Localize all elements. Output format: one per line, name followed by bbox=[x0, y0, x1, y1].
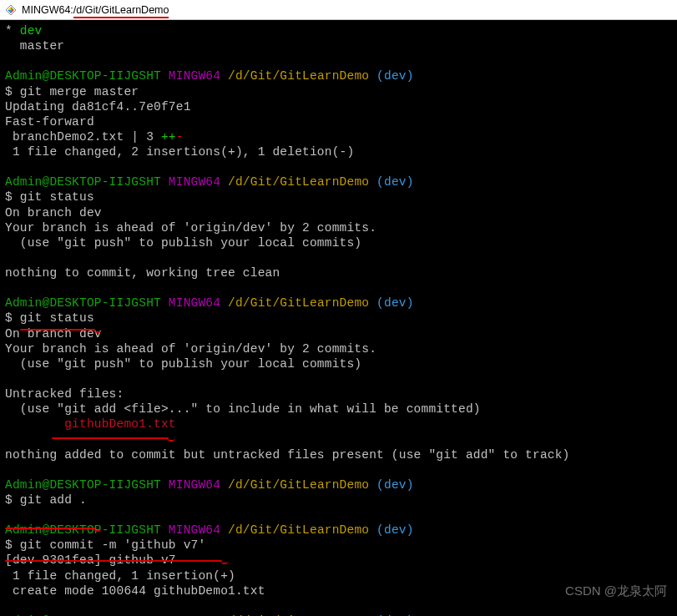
mingw-icon bbox=[5, 4, 17, 16]
cmd-status: git status bbox=[20, 190, 94, 204]
annotation-underline bbox=[52, 437, 169, 439]
dollar-prompt: $ bbox=[5, 493, 20, 507]
branch-master: master bbox=[5, 38, 672, 53]
status-output: Untracked files: bbox=[5, 386, 672, 401]
status-output: On branch dev bbox=[5, 326, 672, 341]
branch-star: * bbox=[5, 24, 13, 38]
status-output: nothing to commit, working tree clean bbox=[5, 265, 672, 280]
window-title: MINGW64:/d/Git/GitLearnDemo bbox=[22, 4, 169, 16]
commit-output: create mode 100644 githubDemo1.txt bbox=[5, 583, 672, 598]
prompt-line: Admin@DESKTOP-IIJGSHT MINGW64 /d/Git/Git… bbox=[5, 477, 672, 492]
prompt-line: Admin@DESKTOP-IIJGSHT MINGW64 /d/Git/Git… bbox=[5, 174, 672, 189]
annotation-underline bbox=[5, 528, 95, 529]
prompt-line: Admin@DESKTOP-IIJGSHT MINGW64 /d/Git/Git… bbox=[5, 68, 672, 83]
dollar-prompt: $ bbox=[5, 538, 20, 552]
dollar-prompt: $ bbox=[5, 85, 20, 98]
commit-output: 1 file changed, 1 insertion(+) bbox=[5, 568, 672, 583]
status-output: nothing added to commit but untracked fi… bbox=[5, 447, 672, 462]
annotation-underline bbox=[5, 560, 222, 562]
merge-output: 1 file changed, 2 insertions(+), 1 delet… bbox=[5, 144, 672, 159]
dollar-prompt: $ bbox=[5, 190, 20, 204]
merge-output: Updating da81cf4..7e0f7e1 bbox=[5, 99, 672, 114]
dollar-prompt: $ bbox=[5, 311, 20, 325]
merge-output: Fast-forward bbox=[5, 114, 672, 129]
status-output: Your branch is ahead of 'origin/dev' by … bbox=[5, 220, 672, 235]
prompt-line: Admin@DESKTOP-IIJGSHT MINGW64 /d/Git/Git… bbox=[5, 523, 672, 538]
title-bar[interactable]: MINGW64:/d/Git/GitLearnDemo bbox=[0, 0, 677, 20]
branch-dev: dev bbox=[20, 24, 43, 38]
annotation-underline bbox=[20, 329, 95, 331]
prompt-line: Admin@DESKTOP-IIJGSHT MINGW64 /d/Git/Git… bbox=[5, 295, 672, 311]
cmd-merge: git merge master bbox=[20, 85, 139, 98]
terminal-area[interactable]: * dev master Admin@DESKTOP-IIJGSHT MINGW… bbox=[0, 20, 677, 616]
status-output: Your branch is ahead of 'origin/dev' by … bbox=[5, 341, 672, 356]
cmd-add: git add . bbox=[20, 493, 87, 507]
untracked-file: githubDemo1.txt bbox=[5, 417, 176, 431]
cmd-commit: git commit -m 'github v7' bbox=[20, 538, 206, 552]
status-output: (use "git push" to publish your local co… bbox=[5, 356, 672, 371]
status-output: (use "git add <file>..." to include in w… bbox=[5, 401, 672, 417]
cmd-status: git status bbox=[20, 311, 94, 325]
status-output: (use "git push" to publish your local co… bbox=[5, 235, 672, 250]
status-output: On branch dev bbox=[5, 205, 672, 220]
